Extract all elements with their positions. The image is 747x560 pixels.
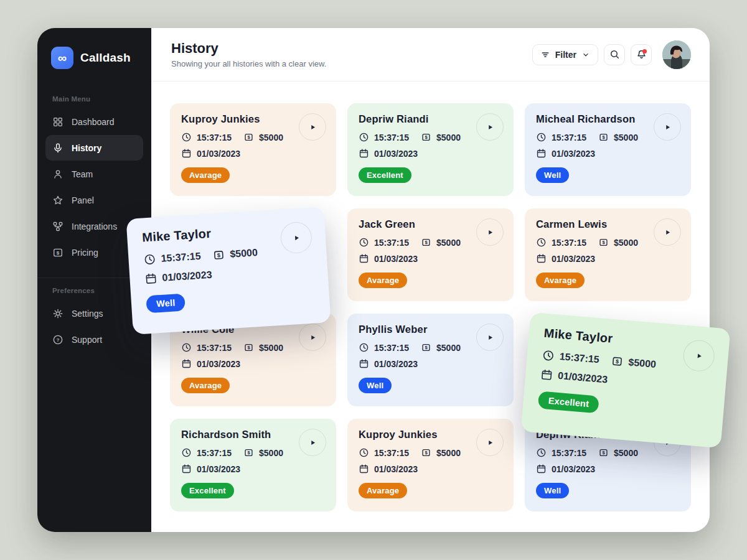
play-button[interactable] [299, 324, 326, 351]
svg-text:$: $ [57, 250, 60, 256]
play-button[interactable] [476, 429, 504, 456]
status-badge: Avarage [181, 167, 230, 183]
star-icon [52, 195, 63, 206]
card-date: 01/03/2023 [374, 149, 418, 159]
card-amount: $5000 [628, 357, 657, 370]
card-date: 01/03/2023 [162, 269, 212, 284]
calendar-icon [536, 148, 547, 159]
dashboard-grid-icon [52, 116, 63, 128]
svg-text:$: $ [425, 345, 428, 350]
svg-text:$: $ [425, 134, 428, 140]
card-amount: $5000 [614, 448, 638, 458]
banknote-icon: $ [421, 132, 431, 142]
status-badge: Well [359, 378, 392, 393]
card-time: 15:37:15 [374, 448, 409, 458]
search-button[interactable] [604, 44, 625, 65]
play-button[interactable] [654, 218, 681, 246]
sidebar-item-label: History [72, 143, 101, 153]
notifications-button[interactable] [631, 44, 652, 65]
floating-history-card[interactable]: Mike Taylor 15:37:15 $ $5000 01/03/2023 … [521, 312, 731, 448]
clock-icon [536, 237, 547, 248]
sidebar-item-support[interactable]: ?Support [45, 327, 143, 352]
banknote-icon: $ [598, 132, 609, 142]
user-avatar[interactable] [662, 40, 691, 69]
calendar-icon [181, 358, 192, 369]
card-date: 01/03/2023 [197, 149, 240, 159]
card-time: 15:37:15 [197, 343, 232, 353]
sidebar-section-main-menu: Main Menu [45, 95, 143, 103]
calendar-icon [359, 148, 369, 159]
page-subtitle: Showing your all histories with a clear … [171, 59, 326, 68]
floating-history-card[interactable]: Mike Taylor 15:37:15 $ $5000 01/03/2023 … [126, 207, 331, 335]
card-amount: $5000 [436, 343, 461, 353]
card-date: 01/03/2023 [557, 370, 608, 386]
history-card[interactable]: Kuproy Junkies 15:37:15 $ $5000 01/03/20… [347, 419, 514, 511]
status-badge: Avarage [359, 483, 407, 498]
sidebar-item-dashboard[interactable]: Dashboard [45, 109, 143, 134]
card-amount: $5000 [259, 343, 283, 353]
help-circle-icon: ? [52, 334, 63, 345]
preferences-nav: Settings?Support [45, 301, 143, 352]
svg-text:$: $ [602, 240, 605, 245]
status-badge: Well [146, 293, 186, 313]
history-card[interactable]: Jack Green 15:37:15 $ $5000 01/03/2023 A… [347, 208, 514, 301]
clock-icon [359, 342, 369, 353]
play-icon [664, 123, 672, 131]
sidebar-section-preferences: Preferences [45, 287, 143, 294]
play-icon [695, 352, 703, 360]
clock-icon [143, 253, 156, 266]
play-button[interactable] [299, 113, 326, 141]
sidebar-item-history[interactable]: History [45, 135, 143, 161]
status-badge: Avarage [359, 273, 407, 288]
play-button[interactable] [476, 113, 504, 141]
card-date: 01/03/2023 [374, 464, 418, 474]
card-amount: $5000 [614, 238, 638, 248]
play-button[interactable] [476, 218, 504, 246]
history-card[interactable]: Kuproy Junkies 15:37:15 $ $5000 01/03/20… [170, 103, 336, 196]
banknote-icon: $ [243, 342, 254, 353]
play-icon [664, 228, 672, 236]
integrations-nodes-icon [52, 221, 63, 232]
svg-text:$: $ [425, 240, 428, 245]
card-time: 15:37:15 [374, 343, 409, 353]
calendar-icon [536, 464, 547, 474]
history-card[interactable]: Micheal Richardson 15:37:15 $ $5000 01/0… [525, 103, 691, 196]
play-button[interactable] [654, 113, 681, 141]
history-card[interactable]: Richardson Smith 15:37:15 $ $5000 01/03/… [170, 419, 336, 511]
sidebar-item-settings[interactable]: Settings [45, 301, 143, 326]
banknote-icon: $ [421, 447, 431, 458]
app-logo: ∞ Calldash [45, 47, 143, 69]
infinity-icon: ∞ [51, 47, 73, 69]
play-icon [486, 123, 494, 131]
sidebar-item-panel[interactable]: Panel [45, 187, 143, 213]
card-time: 15:37:15 [197, 133, 232, 142]
card-amount: $5000 [436, 448, 461, 458]
play-icon [292, 233, 301, 242]
banknote-icon: $ [421, 237, 431, 248]
sidebar-item-label: Support [72, 335, 102, 345]
play-button[interactable] [299, 429, 326, 456]
history-card[interactable]: Depriw Riandi 15:37:15 $ $5000 01/03/202… [347, 103, 514, 196]
filter-icon [540, 50, 550, 60]
banknote-icon: $ [421, 342, 431, 353]
play-button[interactable] [476, 324, 504, 351]
filter-button[interactable]: Filter [532, 44, 598, 65]
history-card[interactable]: Phyllis Weber 15:37:15 $ $5000 01/03/202… [347, 314, 514, 406]
calendar-icon [536, 253, 547, 264]
svg-text:$: $ [425, 450, 428, 455]
play-icon [309, 123, 317, 131]
svg-text:$: $ [616, 358, 619, 365]
card-time: 15:37:15 [374, 133, 409, 142]
card-time: 15:37:15 [374, 238, 409, 248]
svg-text:$: $ [247, 134, 250, 140]
play-icon [309, 334, 317, 342]
sidebar-item-label: Panel [72, 195, 94, 205]
status-badge: Well [536, 167, 569, 183]
gear-icon [52, 308, 63, 319]
card-time: 15:37:15 [197, 448, 232, 458]
filter-button-label: Filter [555, 50, 576, 60]
play-icon [309, 439, 317, 447]
status-badge: Avarage [181, 378, 230, 393]
history-card[interactable]: Carmen Lewis 15:37:15 $ $5000 01/03/2023… [525, 208, 691, 301]
sidebar-item-team[interactable]: Team [45, 161, 143, 187]
